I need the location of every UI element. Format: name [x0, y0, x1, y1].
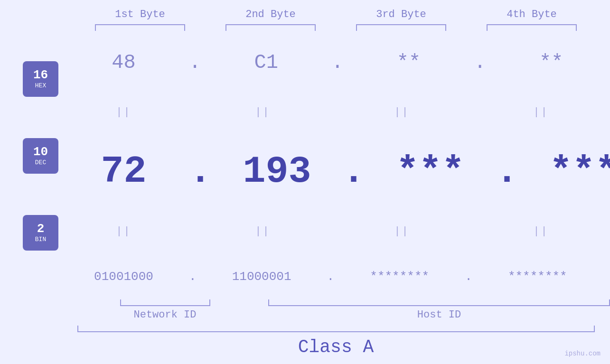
dec-b4-value: ***	[550, 150, 610, 193]
bottom-labels-section: Network ID Host ID	[0, 299, 610, 326]
network-bracket-bottom	[120, 299, 210, 306]
bracket-labels-row: Network ID Host ID	[62, 299, 610, 321]
main-container: 1st Byte 2nd Byte 3rd Byte 4th Byte 16 H…	[0, 0, 610, 364]
base-labels-column: 16 HEX 10 DEC 2 BIN	[23, 31, 58, 299]
hex-b1-value: 48	[112, 51, 135, 74]
hex-sep1: .	[189, 51, 201, 74]
watermark: ipshu.com	[564, 350, 601, 357]
eq2-b4: ||	[476, 225, 606, 237]
bin-b1-value: 01001000	[94, 270, 153, 284]
data-rows-area: 48 . C1 . ** . ** ||	[58, 31, 610, 299]
eq1-b3-sign: ||	[394, 106, 409, 118]
bin-badge: 2 BIN	[23, 215, 58, 251]
eq2-b3-sign: ||	[394, 225, 409, 237]
bin-sep3: .	[465, 270, 472, 284]
dec-sep3: .	[496, 150, 518, 193]
dec-b3-cell: ***	[365, 150, 496, 193]
bin-b2-value: 11000001	[232, 270, 291, 284]
bin-base-name: BIN	[35, 236, 46, 243]
bin-b3-value: ********	[370, 270, 429, 284]
dec-base-name: DEC	[35, 159, 46, 166]
dec-data-row: 72 . 193 . *** . ***	[58, 150, 610, 193]
dec-b1-value: 72	[101, 150, 146, 193]
dec-b3-value: ***	[396, 150, 465, 193]
bin-b1-cell: 01001000	[58, 270, 189, 284]
network-id-label: Network ID	[133, 309, 196, 321]
byte4-bracket-top	[487, 24, 577, 31]
byte3-col: 3rd Byte	[336, 9, 467, 31]
hex-b4-value: **	[539, 51, 563, 74]
host-id-label: Host ID	[417, 309, 461, 321]
hex-b1-cell: 48	[58, 51, 189, 74]
hex-b2-cell: C1	[201, 51, 331, 74]
eq1-b1-sign: ||	[116, 106, 131, 118]
byte3-label: 3rd Byte	[376, 9, 426, 20]
byte-headers: 1st Byte 2nd Byte 3rd Byte 4th Byte	[0, 0, 610, 31]
class-section: Class A	[0, 326, 610, 364]
host-bracket-bottom	[268, 299, 610, 306]
byte4-col: 4th Byte	[467, 9, 597, 31]
network-id-wrap: Network ID	[62, 299, 268, 321]
hex-sep2: .	[331, 51, 343, 74]
byte2-col: 2nd Byte	[206, 9, 336, 31]
byte2-label: 2nd Byte	[245, 9, 296, 20]
bin-data-row: 01001000 . 11000001 . ******** . *******…	[58, 270, 610, 284]
hex-b2-value: C1	[254, 51, 278, 74]
dec-b2-cell: 193	[212, 150, 342, 193]
byte3-bracket-top	[356, 24, 446, 31]
dec-b2-value: 193	[243, 150, 311, 193]
eq1-b2-sign: ||	[255, 106, 270, 118]
eq2-b3: ||	[337, 225, 467, 237]
byte1-bracket-top	[95, 24, 185, 31]
bin-b3-cell: ********	[334, 270, 465, 284]
bin-b2-cell: 11000001	[197, 270, 327, 284]
class-label: Class A	[298, 337, 374, 357]
eq1-b3: ||	[337, 106, 467, 118]
byte1-label: 1st Byte	[115, 9, 165, 20]
bin-b4-value: ********	[508, 270, 567, 284]
hex-b3-value: **	[397, 51, 421, 74]
bin-base-number: 2	[37, 223, 45, 235]
eq2-b2: ||	[197, 225, 328, 237]
hex-base-name: HEX	[35, 82, 46, 89]
eq1-b1: ||	[58, 106, 189, 118]
eq2-b1: ||	[58, 225, 189, 237]
hex-badge: 16 HEX	[23, 61, 58, 97]
dec-badge: 10 DEC	[23, 138, 58, 174]
eq1-b4-sign: ||	[533, 106, 548, 118]
eq2-b1-sign: ||	[116, 225, 131, 237]
hex-b3-cell: **	[343, 51, 474, 74]
dec-b1-cell: 72	[58, 150, 189, 193]
eq1-b4: ||	[476, 106, 606, 118]
equals-row-2: || || || ||	[58, 225, 610, 238]
eq2-b4-sign: ||	[533, 225, 548, 237]
bin-sep1: .	[189, 270, 197, 284]
byte4-label: 4th Byte	[507, 9, 557, 20]
hex-base-number: 16	[33, 69, 48, 81]
host-id-wrap: Host ID	[268, 299, 610, 321]
dec-sep2: .	[342, 150, 365, 193]
hex-data-row: 48 . C1 . ** . **	[58, 51, 610, 74]
dec-b4-cell: ***	[518, 150, 610, 193]
byte1-col: 1st Byte	[75, 9, 206, 31]
class-bracket-full	[77, 326, 595, 332]
eq1-b2: ||	[197, 106, 328, 118]
eq2-b2-sign: ||	[255, 225, 270, 237]
hex-sep3: .	[474, 51, 486, 74]
hex-b4-cell: **	[486, 51, 610, 74]
dec-sep1: .	[189, 150, 212, 193]
byte2-bracket-top	[225, 24, 316, 31]
main-data-area: 16 HEX 10 DEC 2 BIN 48 . C1	[0, 31, 610, 299]
equals-row-1: || || || ||	[58, 105, 610, 119]
bin-sep2: .	[327, 270, 335, 284]
dec-base-number: 10	[33, 146, 48, 158]
bin-b4-cell: ********	[472, 270, 603, 284]
